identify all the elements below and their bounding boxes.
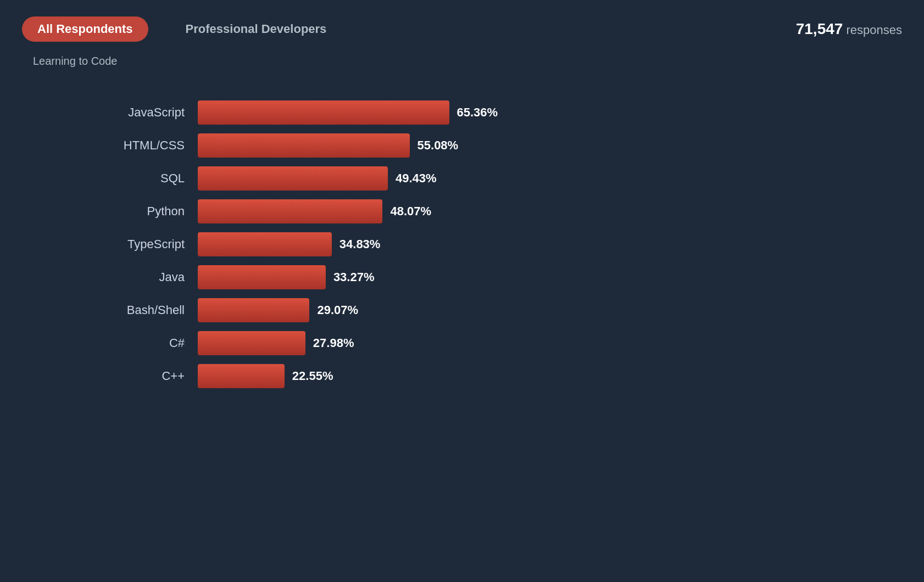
bar-label: C++ [88,369,198,383]
bar-row: C++22.55% [88,363,902,389]
bar-container: 29.07% [198,297,358,323]
bar [198,166,388,191]
bar-label: Java [88,270,198,284]
bar-label: SQL [88,171,198,186]
bar-row: Python48.07% [88,198,902,225]
bar [198,100,449,125]
bar-container: 22.55% [198,363,333,389]
bar-value: 48.07% [390,204,431,219]
responses-count: 71,547 responses [796,20,902,38]
bar-row: TypeScript34.83% [88,231,902,258]
bar-container: 27.98% [198,330,354,356]
bar-label: HTML/CSS [88,138,198,153]
bar-row: C#27.98% [88,330,902,356]
bar [198,364,285,388]
bar [198,265,326,289]
all-respondents-button[interactable]: All Respondents [22,16,148,42]
bar-value: 49.43% [396,171,437,186]
bar-row: SQL49.43% [88,165,902,192]
bar-label: Bash/Shell [88,303,198,317]
bar-row: Bash/Shell29.07% [88,297,902,323]
filter-row-2: Learning to Code [22,51,902,72]
bar-container: 49.43% [198,165,437,192]
bar-value: 65.36% [457,105,498,120]
chart-area: JavaScript65.36%HTML/CSS55.08%SQL49.43%P… [22,99,902,396]
bar-container: 55.08% [198,132,458,159]
bar-container: 34.83% [198,231,380,258]
bar-value: 22.55% [292,369,333,383]
bar-label: JavaScript [88,105,198,120]
bar-label: C# [88,336,198,350]
bar-row: HTML/CSS55.08% [88,132,902,159]
bar-label: TypeScript [88,237,198,251]
bar [198,232,332,256]
responses-label: responses [846,23,902,37]
responses-number: 71,547 [796,20,843,37]
bar-container: 48.07% [198,198,431,225]
learning-to-code-button[interactable]: Learning to Code [22,51,128,72]
bar-value: 27.98% [313,336,354,350]
bar-container: 65.36% [198,99,498,126]
professional-developers-button[interactable]: Professional Developers [170,16,342,42]
bar-container: 33.27% [198,264,375,290]
bar [198,331,305,355]
bar [198,199,382,223]
bar-value: 55.08% [418,138,459,153]
bar-row: Java33.27% [88,264,902,290]
bar-value: 33.27% [333,270,375,284]
bar [198,133,410,158]
bar-value: 29.07% [317,303,358,317]
bar-label: Python [88,204,198,219]
filter-row: All Respondents Professional Developers … [22,16,902,42]
bar-row: JavaScript65.36% [88,99,902,126]
bar-value: 34.83% [339,237,381,251]
bar [198,298,309,322]
